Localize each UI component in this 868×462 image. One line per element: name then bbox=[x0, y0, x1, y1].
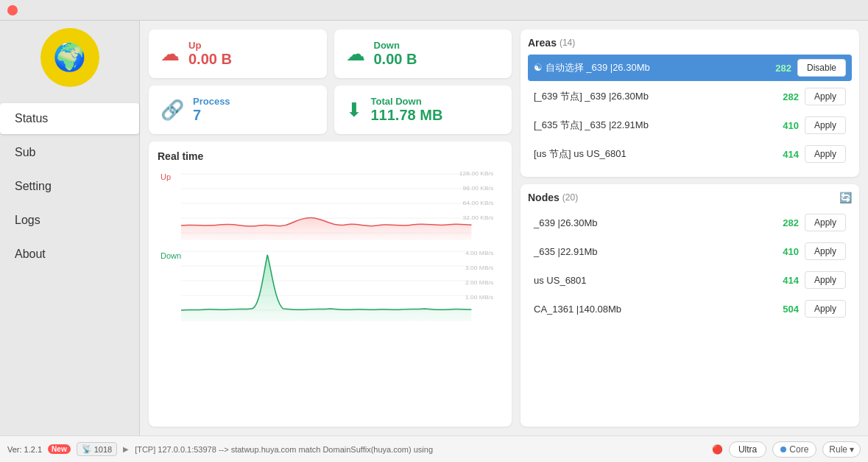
chart-down-label: Down bbox=[160, 251, 181, 260]
core-dot bbox=[780, 447, 786, 452]
rule-button[interactable]: Rule ▾ bbox=[822, 441, 861, 458]
area-row-name: [_635 节点] _635 |22.91Mb bbox=[534, 119, 771, 132]
svg-text:128.00 KB/s: 128.00 KB/s bbox=[459, 170, 493, 177]
sidebar-item-status[interactable]: Status bbox=[0, 103, 139, 134]
connection-number: 1018 bbox=[94, 445, 112, 454]
node-row-name: us US_6801 bbox=[534, 275, 771, 286]
chart-up-label: Up bbox=[160, 172, 171, 181]
area-apply-button[interactable]: Apply bbox=[805, 145, 846, 163]
svg-text:3.00 MB/s: 3.00 MB/s bbox=[465, 265, 493, 271]
nodes-header: Nodes (20) bbox=[528, 192, 578, 203]
svg-text:2.00 MB/s: 2.00 MB/s bbox=[465, 279, 493, 286]
areas-count: (14) bbox=[560, 38, 575, 48]
bottom-bar: Ver: 1.2.1 New 📡 1018 ▶ [TCP] 127.0.0.1:… bbox=[0, 435, 868, 462]
stat-card-down: ☁ Down 0.00 B bbox=[334, 29, 512, 78]
process-label: Process bbox=[193, 96, 230, 107]
node-row-count: 414 bbox=[777, 275, 799, 286]
status-text: [TCP] 127.0.0.1:53978 --> statwup.huya.c… bbox=[135, 445, 706, 454]
nodes-count: (20) bbox=[562, 192, 578, 203]
stats-row-1: ☁ Up 0.00 B ☁ Down 0.00 B bbox=[149, 29, 512, 78]
sidebar-item-logs[interactable]: Logs bbox=[0, 205, 139, 236]
stat-info-down: Down 0.00 B bbox=[374, 40, 417, 68]
chart-area: Up Down 128 bbox=[158, 167, 503, 321]
new-badge: New bbox=[48, 444, 71, 454]
node-row-count: 504 bbox=[777, 304, 799, 315]
svg-text:96.00 KB/s: 96.00 KB/s bbox=[463, 185, 494, 192]
realtime-card: Real time Up Down bbox=[149, 141, 512, 427]
svg-text:64.00 KB/s: 64.00 KB/s bbox=[463, 200, 494, 206]
realtime-chart: 128.00 KB/s 96.00 KB/s 64.00 KB/s 32.00 … bbox=[158, 167, 503, 321]
node-row-name: _635 |22.91Mb bbox=[534, 246, 771, 257]
total-label: Total Down bbox=[371, 96, 443, 107]
close-button[interactable] bbox=[7, 5, 18, 15]
app-logo: 🌍 bbox=[40, 28, 99, 87]
arrow-icon: ▶ bbox=[123, 445, 129, 453]
stat-info-up: Up 0.00 B bbox=[188, 40, 232, 68]
down-value: 0.00 B bbox=[374, 51, 417, 68]
area-row-name: [us 节点] us US_6801 bbox=[534, 147, 771, 161]
up-value: 0.00 B bbox=[188, 51, 232, 68]
process-icon: 🔗 bbox=[160, 99, 184, 122]
nodes-section: Nodes (20) 🔄 _639 |26.30Mb 282 Apply _63… bbox=[521, 184, 859, 427]
stats-row-2: 🔗 Process 7 ⬇ Total Down 111.78 MB bbox=[149, 85, 512, 134]
node-apply-button[interactable]: Apply bbox=[805, 300, 846, 318]
stat-info-total: Total Down 111.78 MB bbox=[371, 96, 443, 124]
node-row-name: CA_1361 |140.08Mb bbox=[534, 304, 771, 315]
areas-title: Areas bbox=[528, 37, 557, 49]
area-row-count: 410 bbox=[777, 120, 799, 131]
realtime-title: Real time bbox=[158, 150, 503, 162]
area-row-name: [_639 节点] _639 |26.30Mb bbox=[534, 90, 771, 103]
connection-icon: 📡 bbox=[82, 444, 92, 454]
sidebar-item-about[interactable]: About bbox=[0, 239, 139, 270]
ultra-button[interactable]: Ultra bbox=[729, 441, 766, 458]
node-apply-button[interactable]: Apply bbox=[805, 242, 846, 260]
left-panel: ☁ Up 0.00 B ☁ Down 0.00 B 🔗 bbox=[149, 29, 512, 427]
stat-card-process: 🔗 Process 7 bbox=[149, 85, 327, 134]
node-row-name: _639 |26.30Mb bbox=[534, 217, 771, 228]
node-apply-button[interactable]: Apply bbox=[805, 271, 846, 289]
area-row: [_639 节点] _639 |26.30Mb 282 Apply bbox=[528, 83, 852, 110]
stat-card-total: ⬇ Total Down 111.78 MB bbox=[334, 85, 512, 134]
sidebar: 🌍 Status Sub Setting Logs About bbox=[0, 21, 140, 435]
stat-card-up: ☁ Up 0.00 B bbox=[149, 29, 327, 78]
stat-info-process: Process 7 bbox=[193, 96, 230, 124]
area-rows: [_639 节点] _639 |26.30Mb 282 Apply [_635 … bbox=[528, 83, 852, 167]
up-label: Up bbox=[188, 40, 232, 51]
content-area: ☁ Up 0.00 B ☁ Down 0.00 B 🔗 bbox=[140, 21, 868, 435]
areas-section: Areas (14) ☯ 自动选择 _639 |26.30Mb 282 Disa… bbox=[521, 29, 859, 177]
area-row-active: ☯ 自动选择 _639 |26.30Mb 282 Disable bbox=[528, 55, 852, 81]
node-row-count: 282 bbox=[777, 217, 799, 228]
rule-chevron-icon: ▾ bbox=[850, 444, 854, 455]
download-icon: ☁ bbox=[346, 43, 365, 66]
node-row: _635 |22.91Mb 410 Apply bbox=[528, 238, 852, 265]
version-label: Ver: 1.2.1 bbox=[7, 445, 42, 454]
upload-icon: ☁ bbox=[160, 43, 180, 66]
area-row-count: 414 bbox=[777, 149, 799, 160]
right-panel: Areas (14) ☯ 自动选择 _639 |26.30Mb 282 Disa… bbox=[521, 29, 859, 427]
main-container: 🌍 Status Sub Setting Logs About ☁ Up bbox=[0, 21, 868, 435]
area-active-disable-button[interactable]: Disable bbox=[797, 59, 846, 77]
area-row: [us 节点] us US_6801 414 Apply bbox=[528, 141, 852, 167]
area-apply-button[interactable]: Apply bbox=[805, 88, 846, 105]
area-active-name: ☯ 自动选择 _639 |26.30Mb bbox=[534, 61, 763, 74]
area-row-count: 282 bbox=[777, 91, 799, 102]
fire-icon: 🔴 bbox=[712, 444, 723, 455]
down-label: Down bbox=[374, 40, 417, 51]
area-active-count: 282 bbox=[769, 63, 791, 74]
total-value: 111.78 MB bbox=[371, 107, 443, 124]
svg-text:4.00 MB/s: 4.00 MB/s bbox=[465, 250, 493, 256]
area-apply-button[interactable]: Apply bbox=[805, 116, 846, 134]
sidebar-item-sub[interactable]: Sub bbox=[0, 137, 139, 168]
refresh-icon[interactable]: 🔄 bbox=[839, 192, 852, 203]
node-apply-button[interactable]: Apply bbox=[805, 214, 846, 231]
core-mode-button[interactable]: Core bbox=[772, 441, 816, 458]
node-row: us US_6801 414 Apply bbox=[528, 267, 852, 293]
node-rows: _639 |26.30Mb 282 Apply _635 |22.91Mb 41… bbox=[528, 209, 852, 322]
nodes-title: Nodes bbox=[528, 192, 560, 203]
sidebar-item-setting[interactable]: Setting bbox=[0, 171, 139, 202]
areas-header: Areas (14) bbox=[528, 37, 852, 49]
area-row: [_635 节点] _635 |22.91Mb 410 Apply bbox=[528, 112, 852, 139]
svg-text:32.00 KB/s: 32.00 KB/s bbox=[463, 214, 494, 221]
node-row-count: 410 bbox=[777, 246, 799, 257]
process-value: 7 bbox=[193, 107, 230, 124]
